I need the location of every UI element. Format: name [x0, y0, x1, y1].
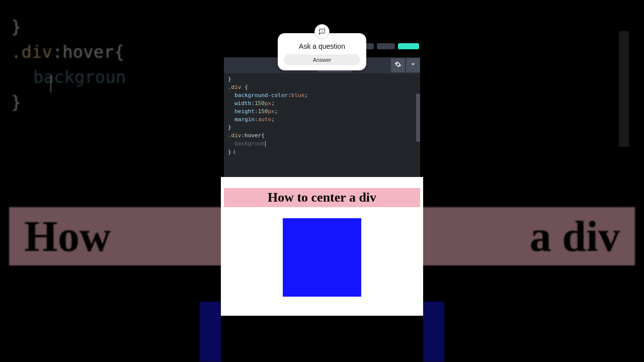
bg-brace: }: [11, 17, 21, 37]
chevron-down-icon: [410, 61, 417, 70]
bg-brace-close: }: [11, 92, 21, 112]
bg-heading-right: a div: [530, 211, 620, 261]
i-beam-cursor-icon: I: [233, 148, 235, 156]
gear-icon: [394, 61, 401, 70]
code-token-incomplete: backgroun: [234, 140, 265, 147]
preview-centered-wrap: [221, 218, 423, 297]
code-token: {: [245, 84, 248, 90]
editor-scrollbar[interactable]: [416, 94, 420, 142]
bg-pseudo: :hover: [52, 42, 114, 62]
svg-text:?: ?: [321, 30, 323, 33]
code-token: px: [265, 100, 271, 107]
preview-heading: How to center a div: [224, 188, 420, 207]
bg-selector: .div: [11, 42, 52, 62]
code-token: }: [228, 124, 231, 131]
code-token: }: [228, 76, 231, 82]
code-token: 150: [258, 108, 268, 115]
settings-button[interactable]: [391, 58, 405, 72]
text-caret: [265, 141, 266, 147]
collapse-button[interactable]: [406, 58, 420, 72]
css-editor[interactable]: } .div { background-color:blue; width:15…: [224, 73, 420, 177]
phone-panel: ? Ask a question Answer Result } .div { …: [221, 0, 423, 362]
code-token: 150: [255, 100, 265, 107]
code-token: blue: [291, 92, 305, 99]
bg-heading-left: How: [24, 211, 111, 261]
code-token: :hover: [242, 132, 262, 139]
bg-prop: backgroun: [33, 67, 126, 87]
code-token: }: [228, 149, 231, 155]
code-token: margin: [234, 116, 255, 123]
code-token: .div: [228, 132, 242, 139]
ask-question-popup: ? Ask a question Answer: [278, 33, 366, 70]
ask-title: Ask a question: [284, 42, 360, 50]
result-preview: How to center a div: [221, 177, 423, 316]
centered-div: [283, 218, 361, 297]
question-icon: ?: [314, 24, 330, 39]
bg-text-cursor: [50, 75, 51, 93]
bg-brace-open: {: [114, 42, 124, 62]
answer-button[interactable]: Answer: [284, 54, 360, 65]
code-token: background-color: [234, 92, 288, 99]
bg-scrollbar: [619, 31, 629, 147]
code-token: .div: [228, 84, 245, 90]
code-token: {: [261, 132, 265, 139]
code-token: auto: [258, 116, 272, 123]
editor-tools: [390, 58, 420, 72]
code-token: height: [234, 108, 255, 115]
code-token: width: [234, 100, 251, 107]
pill-button[interactable]: [377, 43, 395, 49]
bg-code-snippet: } .div:hover{ backgroun }: [11, 14, 126, 115]
run-button[interactable]: [398, 43, 419, 49]
code-token: px: [268, 108, 275, 115]
